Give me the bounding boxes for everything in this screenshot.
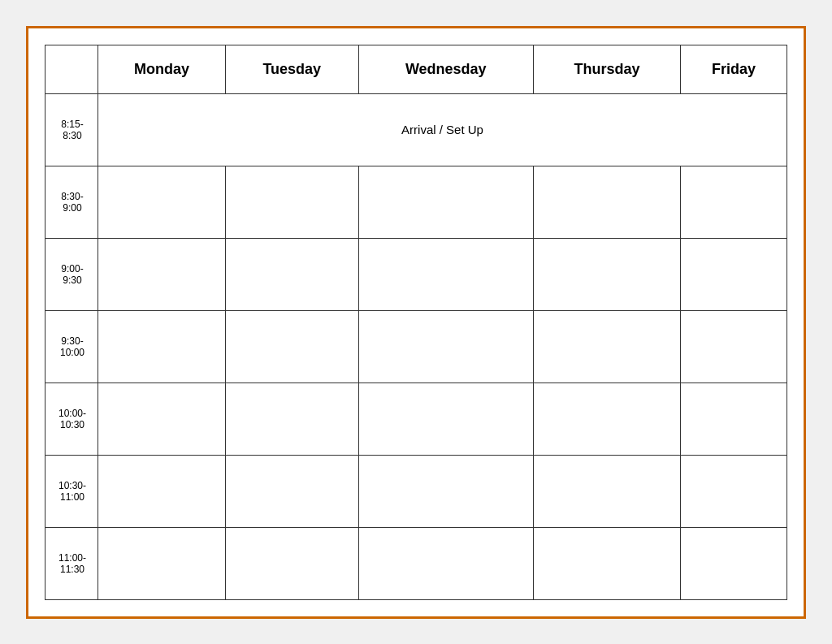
table-row: 11:00- 11:30 <box>46 527 787 599</box>
cell-thu-1000 <box>533 383 680 455</box>
cell-wed-900 <box>358 238 533 310</box>
header-row: Monday Tuesday Wednesday Thursday Friday <box>46 45 787 93</box>
cell-mon-930 <box>98 310 226 383</box>
table-row: 10:00- 10:30 <box>46 383 787 455</box>
header-wednesday: Wednesday <box>358 45 533 93</box>
schedule-table: Monday Tuesday Wednesday Thursday Friday… <box>45 45 787 600</box>
cell-thu-900 <box>533 238 680 310</box>
time-830-900: 8:30- 9:00 <box>46 166 98 238</box>
arrival-label: Arrival / Set Up <box>98 93 787 166</box>
table-row: 9:00- 9:30 <box>46 238 787 310</box>
cell-mon-830 <box>98 166 226 238</box>
cell-mon-1030 <box>98 455 226 527</box>
cell-tue-930 <box>225 310 358 383</box>
table-row: 10:30- 11:00 <box>46 455 787 527</box>
cell-fri-1030 <box>680 455 786 527</box>
arrival-row: 8:15- 8:30 Arrival / Set Up <box>46 93 787 166</box>
header-tuesday: Tuesday <box>225 45 358 93</box>
cell-thu-830 <box>533 166 680 238</box>
cell-fri-1000 <box>680 383 786 455</box>
time-1100-1130: 11:00- 11:30 <box>46 527 98 599</box>
table-row: 8:30- 9:00 <box>46 166 787 238</box>
cell-mon-1100 <box>98 527 226 599</box>
cell-mon-900 <box>98 238 226 310</box>
cell-fri-930 <box>680 310 786 383</box>
cell-fri-830 <box>680 166 786 238</box>
header-empty-cell <box>46 45 98 93</box>
arrival-time: 8:15- 8:30 <box>46 93 98 166</box>
cell-mon-1000 <box>98 383 226 455</box>
time-930-1000: 9:30- 10:00 <box>46 310 98 383</box>
cell-tue-830 <box>225 166 358 238</box>
cell-wed-830 <box>358 166 533 238</box>
header-monday: Monday <box>98 45 226 93</box>
cell-wed-1030 <box>358 455 533 527</box>
cell-thu-1100 <box>533 527 680 599</box>
cell-wed-1100 <box>358 527 533 599</box>
time-1030-1100: 10:30- 11:00 <box>46 455 98 527</box>
cell-fri-1100 <box>680 527 786 599</box>
page-container: Monday Tuesday Wednesday Thursday Friday… <box>26 26 806 619</box>
time-900-930: 9:00- 9:30 <box>46 238 98 310</box>
header-friday: Friday <box>680 45 786 93</box>
cell-tue-1000 <box>225 383 358 455</box>
table-row: 9:30- 10:00 <box>46 310 787 383</box>
cell-wed-930 <box>358 310 533 383</box>
time-1000-1030: 10:00- 10:30 <box>46 383 98 455</box>
header-thursday: Thursday <box>533 45 680 93</box>
cell-tue-1030 <box>225 455 358 527</box>
cell-tue-900 <box>225 238 358 310</box>
cell-fri-900 <box>680 238 786 310</box>
cell-tue-1100 <box>225 527 358 599</box>
cell-thu-930 <box>533 310 680 383</box>
cell-wed-1000 <box>358 383 533 455</box>
cell-thu-1030 <box>533 455 680 527</box>
